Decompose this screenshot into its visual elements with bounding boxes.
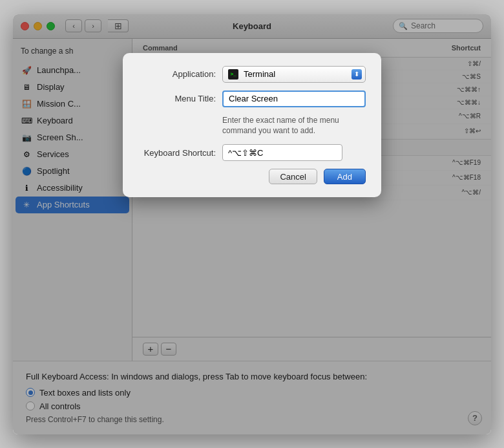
modal-overlay: Application: >_ Terminal ⬍ Menu Title: E… [13, 14, 491, 434]
keyboard-shortcut-label: Keyboard Shortcut: [138, 148, 216, 158]
keyboard-window: ‹ › ⊞ Keyboard 🔍 To change a sh 🚀 Launch… [13, 14, 491, 434]
cancel-button[interactable]: Cancel [269, 169, 317, 184]
add-shortcut-modal: Application: >_ Terminal ⬍ Menu Title: E… [123, 53, 381, 198]
application-label: Application: [138, 69, 216, 79]
menu-title-input[interactable] [222, 91, 366, 107]
add-button[interactable]: Add [324, 169, 366, 184]
terminal-icon: >_ [228, 69, 238, 80]
modal-hint-text: Enter the exact name of the menu command… [222, 115, 366, 137]
application-row: Application: >_ Terminal ⬍ [138, 66, 366, 83]
keyboard-shortcut-row: Keyboard Shortcut: [138, 144, 366, 161]
keyboard-shortcut-input[interactable] [222, 144, 342, 161]
menu-title-label: Menu Title: [138, 94, 216, 103]
menu-title-row: Menu Title: [138, 91, 366, 107]
modal-buttons: Cancel Add [138, 169, 366, 184]
application-select[interactable]: >_ Terminal [222, 66, 366, 83]
application-value: Terminal [244, 69, 275, 79]
application-select-wrapper: >_ Terminal ⬍ [222, 66, 366, 83]
